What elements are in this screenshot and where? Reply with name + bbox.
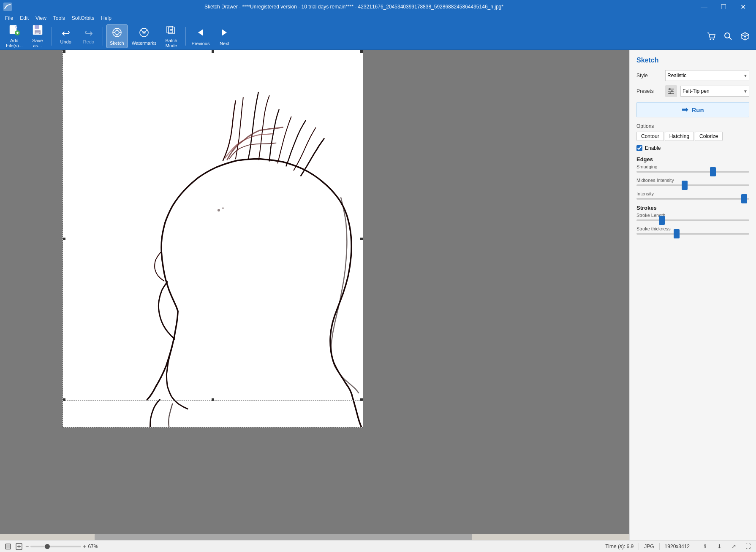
presets-row: Presets Felt-Tip pen ▼: [636, 85, 749, 97]
maximize-button[interactable]: ☐: [714, 0, 733, 14]
menu-softorbits[interactable]: SoftOrbits: [68, 14, 98, 22]
midtones-thumb[interactable]: [682, 181, 688, 190]
handle-ml[interactable]: [63, 238, 65, 240]
toolbar-separator-3: [185, 27, 186, 46]
edges-title: Edges: [636, 156, 749, 162]
minimize-button[interactable]: —: [694, 0, 714, 14]
handle-mr[interactable]: [360, 238, 363, 240]
undo-button[interactable]: ↩ Undo: [55, 24, 76, 48]
watermarks-label: Watermarks: [132, 41, 157, 46]
share-icon-button[interactable]: ↗: [729, 542, 738, 551]
style-label: Style: [636, 73, 662, 78]
presets-adjust-icon[interactable]: [665, 85, 677, 97]
toolbar-right-icons: [704, 29, 753, 44]
menu-view[interactable]: View: [32, 14, 50, 22]
redo-button[interactable]: ↪ Redo: [78, 24, 99, 48]
time-label: Time (s): 6.9: [605, 544, 634, 549]
canvas-area[interactable]: [0, 50, 629, 540]
h-scroll-thumb[interactable]: [95, 534, 472, 540]
zoom-plus-button[interactable]: +: [83, 543, 86, 550]
status-sep-2: [659, 543, 660, 550]
h-scrollbar[interactable]: [0, 534, 629, 540]
cart-icon-button[interactable]: [704, 29, 719, 44]
undo-icon: ↩: [62, 28, 70, 38]
zoom-bar[interactable]: [30, 546, 81, 547]
style-select[interactable]: Realistic: [665, 70, 749, 81]
zoom-thumb[interactable]: [45, 544, 50, 549]
svg-marker-12: [198, 29, 203, 36]
tab-colorize[interactable]: Colorize: [695, 132, 723, 141]
handle-tr[interactable]: [360, 50, 363, 53]
menu-help[interactable]: Help: [98, 14, 115, 22]
statusbar-left: − + 67%: [3, 542, 98, 551]
menu-edit[interactable]: Edit: [16, 14, 32, 22]
stroke-length-label: Stroke Length: [636, 213, 749, 218]
smudging-slider-row: Smudging: [636, 164, 749, 173]
watermarks-button[interactable]: Watermarks: [129, 24, 159, 48]
run-button[interactable]: ➡ Run: [636, 102, 749, 117]
save-icon: [32, 24, 43, 37]
stroke-thickness-slider-row: Stroke thickness: [636, 226, 749, 235]
enable-checkbox[interactable]: [636, 145, 642, 151]
intensity-slider[interactable]: [636, 198, 749, 200]
handle-tc[interactable]: [212, 50, 214, 53]
app-icon: [3, 3, 12, 11]
run-label: Run: [691, 106, 704, 114]
zoom-percentage: 67%: [88, 544, 98, 549]
window-controls: — ☐ ✕: [694, 0, 753, 14]
previous-label: Previous: [192, 41, 210, 46]
info-icon-button[interactable]: ℹ: [700, 542, 710, 551]
menu-tools[interactable]: Tools: [50, 14, 68, 22]
titlebar: Sketch Drawer - ****Unregistered version…: [0, 0, 756, 14]
search-icon-button[interactable]: [721, 29, 736, 44]
intensity-slider-row: Intensity: [636, 191, 749, 200]
options-label: Options: [636, 123, 749, 129]
close-button[interactable]: ✕: [733, 0, 753, 14]
status-sep-3: [695, 543, 695, 550]
svg-point-18: [222, 207, 224, 209]
batch-mode-button[interactable]: Batch Mode: [161, 24, 182, 48]
tab-contour[interactable]: Contour: [636, 132, 664, 141]
svg-point-21: [669, 92, 671, 94]
smudging-thumb[interactable]: [710, 167, 716, 176]
batch-mode-label: Batch Mode: [166, 38, 177, 48]
svg-rect-23: [6, 545, 10, 548]
stroke-thickness-thumb[interactable]: [674, 229, 680, 238]
add-file-button[interactable]: Add File(s)...: [3, 24, 25, 48]
selection-bottom-line: [63, 400, 363, 401]
previous-button[interactable]: Previous: [189, 24, 212, 48]
zoom-slider-wrap: − +: [25, 543, 86, 550]
actual-size-button[interactable]: [14, 542, 24, 551]
main-layout: Sketch Style Realistic ▼ Presets: [0, 50, 756, 540]
add-file-label: Add File(s)...: [6, 38, 23, 48]
intensity-thumb[interactable]: [741, 194, 747, 203]
next-button[interactable]: Next: [214, 24, 235, 48]
presets-select-wrapper: Felt-Tip pen ▼: [680, 86, 749, 97]
save-as-button[interactable]: Save as...: [27, 24, 48, 48]
sketch-drawing: [63, 50, 363, 427]
save-as-label: Save as...: [32, 38, 43, 48]
tab-hatching[interactable]: Hatching: [665, 132, 694, 141]
midtones-slider[interactable]: [636, 184, 749, 186]
fit-icon-button[interactable]: [3, 542, 13, 551]
expand-icon-button[interactable]: ⛶: [743, 542, 753, 551]
resolution-label: 1920x3412: [665, 544, 690, 549]
redo-label: Redo: [83, 39, 94, 44]
stroke-length-thumb[interactable]: [659, 216, 665, 225]
stroke-length-slider[interactable]: [636, 219, 749, 221]
3d-box-icon-button[interactable]: [737, 29, 753, 44]
svg-rect-0: [3, 3, 12, 11]
handle-tl[interactable]: [63, 50, 65, 53]
presets-select[interactable]: Felt-Tip pen: [680, 86, 749, 97]
intensity-label: Intensity: [636, 191, 749, 196]
stroke-thickness-slider[interactable]: [636, 233, 749, 235]
smudging-slider[interactable]: [636, 171, 749, 173]
svg-point-19: [669, 88, 671, 90]
download-icon-button[interactable]: ⬇: [715, 542, 724, 551]
svg-point-20: [671, 90, 673, 92]
zoom-minus-button[interactable]: −: [25, 543, 29, 550]
menu-file[interactable]: File: [2, 14, 16, 22]
sketch-button[interactable]: Sketch: [106, 24, 128, 48]
statusbar-right: Time (s): 6.9 JPG 1920x3412 ℹ ⬇ ↗ ⛶: [605, 542, 753, 551]
svg-point-14: [710, 38, 711, 40]
